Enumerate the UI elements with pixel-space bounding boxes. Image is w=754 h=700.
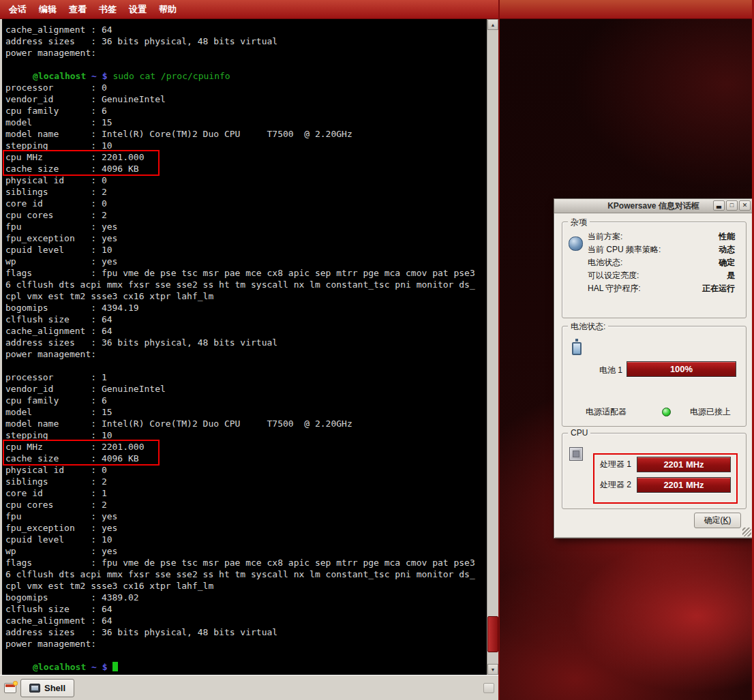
terminal-output: cache_alignment : 64address sizes : 36 b… [2, 19, 487, 675]
misc-row-value: 性能 [719, 231, 735, 243]
prompt-symbol: ~ $ [86, 71, 112, 81]
terminal-line: cpu MHz : 2201.000 [5, 151, 487, 163]
misc-row-value: 是 [727, 270, 735, 281]
misc-row-value: 确定 [719, 257, 735, 269]
cpu-frequency-bar: 2201 MHz [637, 457, 731, 472]
tab-shell[interactable]: Shell [20, 679, 74, 697]
misc-row-label: 电池状态: [588, 257, 622, 269]
titlebar-buttons: ▃ □ ✕ [713, 200, 751, 211]
terminal-line: power management: [5, 47, 487, 59]
minimize-icon[interactable]: ▃ [713, 200, 725, 211]
terminal-line: model name : Intel(R) Core(TM)2 Duo CPU … [5, 128, 487, 140]
terminal-line: cpl vmx est tm2 ssse3 cx16 xtpr lahf_lm [5, 580, 487, 592]
terminal-line: fpu : yes [5, 511, 487, 522]
cpu-group: CPU 处理器 12201 MHz处理器 22201 MHz [562, 433, 747, 509]
terminal-line: siblings : 2 [5, 186, 487, 198]
terminal-line: fpu_exception : yes [5, 522, 487, 534]
new-session-icon[interactable] [4, 683, 16, 693]
terminal-line: cache_alignment : 64 [5, 24, 487, 35]
misc-rows: 当前方案:性能当前 CPU 频率策略:动态电池状态:确定可以设定亮度:是HAL … [588, 230, 735, 295]
terminal-line: model : 15 [5, 406, 487, 418]
scroll-down-icon[interactable]: ▼ [487, 664, 498, 675]
battery-group-title: 电池状态: [568, 321, 608, 333]
terminal-line [5, 59, 487, 70]
tab-bar: Shell [0, 675, 498, 700]
command-text: sudo cat /proc/cpuinfo [112, 71, 230, 81]
terminal-line: address sizes : 36 bits physical, 48 bit… [5, 35, 487, 47]
cpu-rows: 处理器 12201 MHz处理器 22201 MHz [600, 454, 731, 495]
cpu-row: 处理器 22201 MHz [600, 474, 731, 495]
terminal-line: processor : 0 [5, 82, 487, 93]
terminal-line: core id : 0 [5, 198, 487, 209]
terminal-line: physical id : 0 [5, 464, 487, 476]
terminal-line: flags : fpu vme de pse tsc msr pae mce c… [5, 557, 487, 568]
terminal-line: core id : 1 [5, 487, 487, 499]
menu-item[interactable]: 设置 [123, 1, 153, 18]
terminal-line: stepping : 10 [5, 429, 487, 441]
misc-row-label: 当前方案: [588, 231, 622, 243]
menu-item[interactable]: 书签 [93, 1, 123, 18]
terminal-line: @localhost ~ $ sudo cat /proc/cpuinfo [5, 70, 487, 82]
terminal-line: 6 clflush dts acpi mmx fxsr sse sse2 ss … [5, 568, 487, 580]
adapter-status: 电源已接上 [690, 406, 731, 418]
menu-item[interactable]: 编辑 [33, 1, 63, 18]
terminal-icon [29, 684, 40, 693]
dialog-title: KPowersave 信息对话框 [607, 200, 699, 212]
terminal-line: cpu cores : 2 [5, 499, 487, 511]
terminal-line: siblings : 2 [5, 476, 487, 487]
battery-group: 电池状态: 电池 1 100% 电源适配器 电源已接上 [562, 326, 747, 427]
misc-group: 杂项 当前方案:性能当前 CPU 频率策略:动态电池状态:确定可以设定亮度:是H… [562, 222, 747, 318]
terminal-line: processor : 1 [5, 371, 487, 383]
terminal-line: cache size : 4096 KB [5, 453, 487, 464]
terminal-line: cache_alignment : 64 [5, 615, 487, 626]
terminal-viewport[interactable]: cache_alignment : 64address sizes : 36 b… [2, 19, 487, 675]
close-icon[interactable]: ✕ [739, 200, 751, 211]
desktop-top-band [500, 0, 752, 19]
terminal-line: fpu : yes [5, 221, 487, 232]
scroll-up-icon[interactable]: ▲ [487, 19, 498, 30]
cpu-row: 处理器 12201 MHz [600, 454, 731, 474]
menu-item[interactable]: 查看 [63, 1, 93, 18]
terminal-line: cpu family : 6 [5, 395, 487, 406]
resize-grip[interactable] [742, 528, 751, 536]
terminal-line: cpu family : 6 [5, 105, 487, 117]
misc-row-label: HAL 守护程序: [588, 283, 641, 294]
terminal-line: cpuid level : 10 [5, 244, 487, 256]
misc-group-title: 杂项 [568, 217, 590, 228]
prompt-symbol: ~ $ [86, 662, 112, 672]
terminal-line: cpl vmx est tm2 ssse3 cx16 xtpr lahf_lm [5, 290, 487, 302]
terminal-line [5, 360, 487, 371]
prompt-host: @localhost [33, 662, 86, 672]
cpu-group-title: CPU [568, 428, 590, 438]
adapter-row: 电源适配器 电源已接上 [586, 406, 738, 418]
menu-item[interactable]: 会话 [3, 1, 33, 18]
menu-bar: 会话编辑查看书签设置帮助 [0, 0, 498, 19]
cpu-frequency-bar: 2201 MHz [637, 477, 731, 493]
terminal-line: vendor_id : GenuineIntel [5, 93, 487, 105]
misc-row: 可以设定亮度:是 [588, 269, 735, 282]
terminal-scrollbar[interactable]: ▲ ▼ [487, 19, 498, 675]
terminal-line: model name : Intel(R) Core(TM)2 Duo CPU … [5, 418, 487, 429]
terminal-line: power management: [5, 348, 487, 360]
adapter-label: 电源适配器 [586, 406, 651, 418]
maximize-icon[interactable]: □ [726, 200, 738, 211]
prompt-host: @localhost [33, 71, 86, 81]
misc-row-label: 可以设定亮度: [588, 270, 639, 281]
terminal-line: bogomips : 4394.19 [5, 302, 487, 314]
misc-row: HAL 守护程序:正在运行 [588, 282, 735, 295]
tabbar-menu-icon[interactable] [483, 683, 494, 693]
dialog-titlebar[interactable]: KPowersave 信息对话框 ▃ □ ✕ [554, 199, 753, 213]
desktop: KPowersave 信息对话框 ▃ □ ✕ 杂项 当前方案:性能当前 CPU … [498, 0, 754, 700]
kpowersave-dialog: KPowersave 信息对话框 ▃ □ ✕ 杂项 当前方案:性能当前 CPU … [554, 198, 753, 538]
ok-button[interactable]: 确定(K) [694, 513, 741, 528]
power-led-icon [662, 408, 671, 416]
terminal-line: bogomips : 4389.02 [5, 592, 487, 603]
menu-item[interactable]: 帮助 [153, 1, 183, 18]
misc-row: 当前方案:性能 [588, 230, 735, 243]
terminal-line: cpuid level : 10 [5, 534, 487, 545]
kpowersave-icon [569, 237, 583, 251]
battery-label: 电池 1 [599, 365, 622, 376]
terminal-line [5, 650, 487, 661]
battery-percent-text: 100% [670, 364, 693, 374]
scrollbar-thumb[interactable] [487, 616, 498, 652]
